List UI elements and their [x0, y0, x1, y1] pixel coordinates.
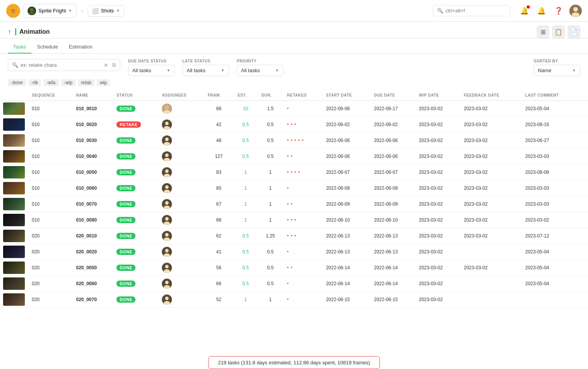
col-due-date[interactable]: DUE DATE [370, 90, 415, 101]
table-row[interactable]: 010 010_0060 DONE 85 1 1 • 2022-06-08 20… [0, 180, 588, 196]
tag-wip[interactable]: -wip [61, 79, 76, 86]
table-row[interactable]: 010 010_0010 DONE 88 10 1.5 • 2022-06-06… [0, 101, 588, 117]
row-assignees[interactable] [158, 228, 204, 244]
row-name[interactable]: 010_0080 [72, 212, 113, 228]
col-status[interactable]: STATUS [113, 90, 158, 101]
row-status[interactable]: DONE [113, 228, 158, 244]
late-status-label: LATE STATUS [182, 59, 229, 63]
row-assignees[interactable] [158, 244, 204, 260]
row-assignees[interactable] [158, 260, 204, 276]
col-sequence[interactable]: SEQUENCE [28, 90, 72, 101]
col-last-comment[interactable]: LAST COMMENT [521, 90, 580, 101]
row-assignees[interactable] [158, 117, 204, 133]
row-status[interactable]: DONE [113, 196, 158, 212]
row-assignees[interactable] [158, 133, 204, 149]
row-name[interactable]: 010_0020 [72, 117, 113, 133]
user-avatar[interactable] [569, 5, 582, 17]
row-status[interactable]: DONE [113, 149, 158, 165]
row-assignees[interactable] [158, 196, 204, 212]
row-status[interactable]: DONE [113, 133, 158, 149]
tag-done[interactable]: -done [8, 79, 26, 86]
col-assignees[interactable]: ASSIGNEES [158, 90, 204, 101]
row-assignees[interactable] [158, 180, 204, 196]
row-assignees[interactable] [158, 276, 204, 292]
tab-estimation[interactable]: Estimation [63, 41, 98, 54]
sorted-by-select[interactable]: Name ▼ [534, 65, 580, 76]
row-name[interactable]: 010_0030 [72, 133, 113, 149]
table-row[interactable]: 020 020_0010 DONE 62 0.5 1.25 • • • 2022… [0, 228, 588, 244]
row-name[interactable]: 010_0050 [72, 165, 113, 180]
table-row[interactable]: 010 010_0050 DONE 83 1 1 • • • • 2022-06… [0, 165, 588, 180]
col-wip-date[interactable]: WIP DATE [415, 90, 460, 101]
table-row[interactable]: 010 010_0030 DONE 48 0.5 0.5 • • • • • 2… [0, 133, 588, 149]
section-selector[interactable]: ⬜ Shots ▼ [88, 5, 124, 17]
search-clear-icon[interactable]: ✕ [104, 62, 108, 68]
search-copy-icon[interactable]: ⧉ [112, 62, 116, 68]
tag-rtk[interactable]: -rtk [28, 79, 41, 86]
row-status[interactable]: DONE [113, 244, 158, 260]
table-row[interactable]: 010 010_0080 DONE 88 1 1 • • • 2022-06-1… [0, 212, 588, 228]
status-badge: DONE [116, 281, 135, 287]
row-assignees[interactable] [158, 212, 204, 228]
table-row[interactable]: 010 010_0020 RETAKE 42 0.5 0.5 • • • 202… [0, 117, 588, 133]
col-name[interactable]: NAME [72, 90, 113, 101]
col-retakes[interactable]: RETAKES [283, 90, 322, 101]
tag-wip2[interactable]: wip [97, 79, 110, 86]
row-assignees[interactable] [158, 149, 204, 165]
svg-point-6 [573, 7, 578, 12]
task-search-input[interactable] [21, 62, 101, 68]
row-thumbnail [0, 292, 28, 308]
table-row[interactable]: 020 020_0060 DONE 66 0.5 0.5 • 2022-06-1… [0, 276, 588, 292]
table-row[interactable]: 020 020_0070 DONE 52 1 1 • 2022-06-15 20… [0, 292, 588, 308]
help-icon[interactable]: ❓ [552, 5, 565, 17]
row-status[interactable]: DONE [113, 165, 158, 180]
row-assignees[interactable] [158, 101, 204, 117]
row-assignees[interactable] [158, 165, 204, 180]
row-status[interactable]: DONE [113, 212, 158, 228]
col-est[interactable]: EST. [234, 90, 257, 101]
row-name[interactable]: 010_0040 [72, 149, 113, 165]
row-name[interactable]: 010_0070 [72, 196, 113, 212]
project-selector[interactable]: Sprite Fright ▼ [23, 4, 76, 18]
grid-view-button[interactable]: ⊞ [537, 26, 549, 38]
export-button[interactable]: 📋 [552, 26, 565, 38]
global-search[interactable]: 🔍 [433, 5, 510, 16]
col-start-date[interactable]: START DATE [322, 90, 370, 101]
tab-schedule[interactable]: Schedule [31, 41, 63, 54]
notifications-icon[interactable]: 🔔 [518, 5, 531, 17]
col-dur[interactable]: DUR. [258, 90, 283, 101]
row-name[interactable]: 010_0010 [72, 101, 113, 117]
alerts-icon[interactable]: 🔔 [535, 5, 548, 17]
due-date-status-select[interactable]: All tasks ▼ [128, 65, 175, 76]
tag-wfa[interactable]: -wfa [43, 79, 59, 86]
row-status[interactable]: DONE [113, 101, 158, 117]
row-name[interactable]: 020_0050 [72, 260, 113, 276]
col-feedback-date[interactable]: FEEDBACK DATE [460, 90, 521, 101]
row-status[interactable]: DONE [113, 292, 158, 308]
task-search[interactable]: 🔍 ✕ ⧉ [8, 59, 120, 71]
page-title-input[interactable] [15, 28, 101, 35]
tag-retak[interactable]: retak [78, 79, 95, 86]
table-row[interactable]: 010 010_0070 DONE 67 1 1 • • 2022-06-09 … [0, 196, 588, 212]
row-name[interactable]: 020_0070 [72, 292, 113, 308]
table-row[interactable]: 010 010_0040 DONE 127 0.5 0.5 • • 2022-0… [0, 149, 588, 165]
row-status[interactable]: DONE [113, 276, 158, 292]
row-assignees[interactable] [158, 292, 204, 308]
row-name[interactable]: 020_0060 [72, 276, 113, 292]
row-name[interactable]: 020_0010 [72, 228, 113, 244]
row-name[interactable]: 010_0060 [72, 180, 113, 196]
row-status[interactable]: RETAKE [113, 117, 158, 133]
col-frames[interactable]: FRAM. [204, 90, 234, 101]
priority-select[interactable]: All tasks ▼ [237, 65, 283, 76]
tab-tasks[interactable]: Tasks [8, 41, 31, 54]
global-search-input[interactable] [446, 8, 506, 14]
row-name[interactable]: 020_0020 [72, 244, 113, 260]
table-row[interactable]: 020 020_0050 DONE 56 0.5 0.5 • • 2022-06… [0, 260, 588, 276]
row-status[interactable]: DONE [113, 180, 158, 196]
row-status[interactable]: DONE [113, 260, 158, 276]
late-status-select[interactable]: All tasks ▼ [182, 65, 229, 76]
back-button[interactable]: ↑ [8, 28, 11, 36]
row-thumbnail [0, 228, 28, 244]
download-button[interactable]: 📄 [568, 26, 580, 38]
table-row[interactable]: 020 020_0020 DONE 41 0.5 0.5 • 2022-06-1… [0, 244, 588, 260]
